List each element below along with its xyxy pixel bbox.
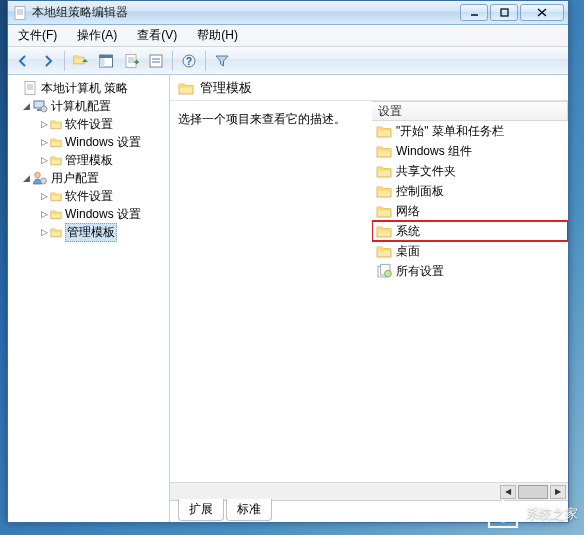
computer-icon bbox=[32, 98, 48, 114]
folder-icon bbox=[50, 190, 62, 202]
horizontal-scrollbar[interactable]: ◀ ▶ bbox=[170, 482, 568, 500]
window: 本地组策略编辑器 文件(F) 操作(A) 查看(V) 帮助(H) bbox=[7, 0, 569, 523]
tree-user-config[interactable]: ◢ 用户配置 bbox=[8, 169, 169, 187]
list-item-wincomp[interactable]: Windows 组件 bbox=[372, 141, 568, 161]
forward-button[interactable] bbox=[37, 50, 59, 72]
folder-icon bbox=[178, 80, 194, 96]
content-title: 管理模板 bbox=[200, 79, 252, 97]
collapse-icon[interactable]: ◢ bbox=[20, 173, 32, 183]
list-item-cpl[interactable]: 控制面板 bbox=[372, 181, 568, 201]
tree-user-software[interactable]: ▷ 软件设置 bbox=[8, 187, 169, 205]
tree-comp-windows[interactable]: ▷ Windows 设置 bbox=[8, 133, 169, 151]
back-button[interactable] bbox=[12, 50, 34, 72]
folder-icon bbox=[50, 208, 62, 220]
svg-text:?: ? bbox=[186, 56, 192, 67]
svg-point-21 bbox=[41, 106, 47, 112]
titlebar: 本地组策略编辑器 bbox=[8, 1, 568, 25]
folder-icon bbox=[50, 118, 62, 130]
scroll-right-button[interactable]: ▶ bbox=[550, 485, 566, 499]
watermark-text: 系统之家 bbox=[526, 505, 578, 523]
settings-list[interactable]: 设置 "开始" 菜单和任务栏 Windows 组件 共享文件夹 bbox=[372, 101, 568, 482]
list-item-sys[interactable]: 系统 bbox=[372, 221, 568, 241]
tree-computer-config[interactable]: ◢ 计算机配置 bbox=[8, 97, 169, 115]
folder-icon bbox=[376, 163, 392, 179]
expand-icon[interactable]: ▷ bbox=[38, 155, 50, 165]
svg-rect-16 bbox=[150, 55, 162, 67]
tree-comp-software[interactable]: ▷ 软件设置 bbox=[8, 115, 169, 133]
list-item-all[interactable]: 所有设置 bbox=[372, 261, 568, 281]
help-button[interactable]: ? bbox=[178, 50, 200, 72]
list-item-desk[interactable]: 桌面 bbox=[372, 241, 568, 261]
menubar: 文件(F) 操作(A) 查看(V) 帮助(H) bbox=[8, 25, 568, 47]
menu-help[interactable]: 帮助(H) bbox=[191, 25, 244, 46]
tree-comp-admin[interactable]: ▷ 管理模板 bbox=[8, 151, 169, 169]
expand-icon[interactable]: ▷ bbox=[38, 227, 50, 237]
folder-icon bbox=[376, 123, 392, 139]
folder-icon bbox=[376, 223, 392, 239]
scroll-thumb[interactable] bbox=[518, 485, 548, 499]
up-button[interactable] bbox=[70, 50, 92, 72]
content-panel: 管理模板 选择一个项目来查看它的描述。 设置 "开始" 菜单和任务栏 bbox=[170, 75, 568, 522]
expand-icon[interactable]: ▷ bbox=[38, 137, 50, 147]
folder-icon bbox=[376, 143, 392, 159]
docstack-icon bbox=[376, 263, 392, 279]
watermark: 系统之家 bbox=[486, 499, 578, 529]
menu-view[interactable]: 查看(V) bbox=[131, 25, 183, 46]
watermark-logo bbox=[486, 499, 520, 529]
user-icon bbox=[32, 170, 48, 186]
tree-root[interactable]: 本地计算机 策略 bbox=[8, 79, 169, 97]
tree-panel[interactable]: 本地计算机 策略 ◢ 计算机配置 ▷ 软件设置 ▷ Windows 设置 ▷ 管… bbox=[8, 75, 170, 522]
description-pane: 选择一个项目来查看它的描述。 bbox=[170, 101, 372, 482]
menu-action[interactable]: 操作(A) bbox=[71, 25, 123, 46]
filter-button[interactable] bbox=[211, 50, 233, 72]
folder-icon bbox=[50, 226, 62, 238]
tree-user-admin[interactable]: ▷ 管理模板 bbox=[8, 223, 169, 241]
doc-icon bbox=[22, 80, 38, 96]
expand-icon[interactable]: ▷ bbox=[38, 191, 50, 201]
folder-icon bbox=[376, 203, 392, 219]
content-header: 管理模板 bbox=[170, 75, 568, 101]
folder-icon bbox=[50, 136, 62, 148]
folder-icon bbox=[376, 183, 392, 199]
tab-extended[interactable]: 扩展 bbox=[178, 499, 224, 521]
list-item-start[interactable]: "开始" 菜单和任务栏 bbox=[372, 121, 568, 141]
window-title: 本地组策略编辑器 bbox=[32, 4, 128, 21]
maximize-button[interactable] bbox=[490, 4, 518, 21]
column-header[interactable]: 设置 bbox=[372, 101, 568, 121]
tab-standard[interactable]: 标准 bbox=[226, 499, 272, 521]
scroll-left-button[interactable]: ◀ bbox=[500, 485, 516, 499]
properties-button[interactable] bbox=[145, 50, 167, 72]
export-list-button[interactable] bbox=[120, 50, 142, 72]
collapse-icon[interactable]: ◢ bbox=[20, 101, 32, 111]
svg-rect-15 bbox=[100, 58, 105, 67]
list-item-net[interactable]: 网络 bbox=[372, 201, 568, 221]
folder-icon bbox=[376, 243, 392, 259]
folder-icon bbox=[50, 154, 62, 166]
expand-icon[interactable]: ▷ bbox=[38, 209, 50, 219]
tree-user-windows[interactable]: ▷ Windows 设置 bbox=[8, 205, 169, 223]
app-icon bbox=[12, 5, 28, 21]
expand-icon[interactable]: ▷ bbox=[38, 119, 50, 129]
minimize-button[interactable] bbox=[460, 4, 488, 21]
svg-rect-12 bbox=[501, 9, 508, 16]
svg-rect-14 bbox=[100, 55, 113, 58]
toolbar: ? bbox=[8, 47, 568, 75]
close-button[interactable] bbox=[520, 4, 564, 21]
svg-rect-20 bbox=[37, 109, 41, 111]
show-hide-tree-button[interactable] bbox=[95, 50, 117, 72]
description-text: 选择一个项目来查看它的描述。 bbox=[178, 112, 346, 126]
menu-file[interactable]: 文件(F) bbox=[12, 25, 63, 46]
list-item-share[interactable]: 共享文件夹 bbox=[372, 161, 568, 181]
